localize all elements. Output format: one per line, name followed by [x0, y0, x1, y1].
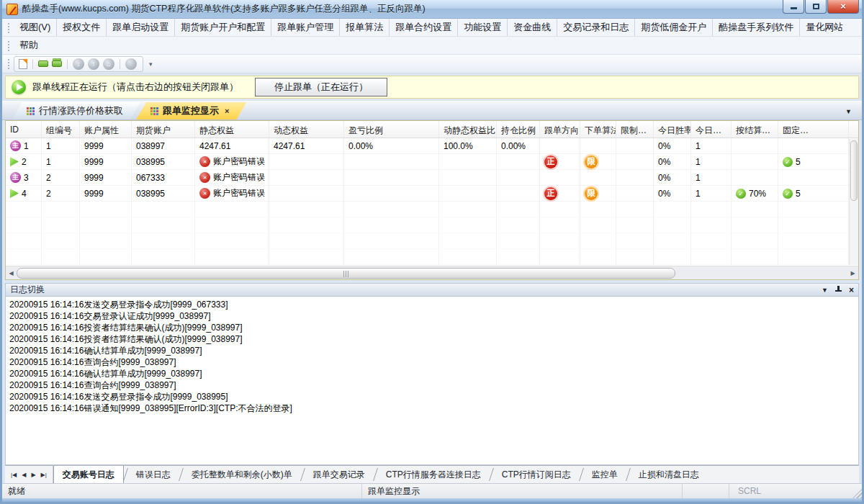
cell-empty [344, 202, 439, 217]
scroll-left-icon[interactable]: ◀ [6, 270, 17, 276]
tab-close-icon[interactable]: × [225, 107, 229, 115]
account-books-icon[interactable] [52, 60, 62, 67]
menu-item[interactable]: 报单算法 [339, 19, 389, 36]
cell-empty [732, 217, 778, 233]
menu-item[interactable]: 期货账户开户和配置 [174, 19, 271, 36]
cell-text: 0.00% [501, 141, 526, 151]
tab-nav-arrow-icon[interactable]: ◀ [22, 472, 26, 478]
chevron-down-icon[interactable]: ▼ [822, 287, 828, 294]
toolbar-icon-group: ↓↑⌂ [14, 56, 143, 72]
menu-item[interactable]: 跟单账户管理 [271, 19, 339, 36]
cell-empty [778, 202, 849, 217]
app-logo-icon [6, 4, 18, 15]
cell-empty [132, 249, 195, 265]
scrollbar-thumb[interactable] [850, 140, 858, 201]
menu-item[interactable]: 酷操盘手系列软件 [712, 19, 799, 36]
titlebar[interactable]: 酷操盘手(www.kucps.com) 期货CTP程序化跟单软件(支持多账户跟多… [2, 0, 862, 19]
toolbar-separator [120, 59, 120, 69]
bottom-tab[interactable]: 交易账号日志 [53, 466, 124, 483]
tab-label: 行情涨跌停价格获取 [39, 104, 123, 117]
column-header[interactable]: 固定… [778, 121, 849, 138]
bottom-tab[interactable]: 跟单交易记录 [305, 466, 374, 483]
column-header[interactable]: 期货账户 [132, 121, 195, 138]
close-panel-icon[interactable]: × [849, 285, 854, 295]
bottom-tab[interactable]: CTP行情服务器连接日志 [377, 466, 490, 483]
cell-text: 账户密码错误 [213, 171, 265, 184]
cell-empty [195, 202, 269, 217]
column-header[interactable]: 账户属性 [80, 121, 132, 138]
table-horizontal-scrollbar[interactable]: ◀ ▶ [6, 266, 858, 279]
upload-circle-icon[interactable]: ↑ [88, 58, 99, 70]
menu-item[interactable]: 跟单合约设置 [389, 19, 457, 36]
column-header[interactable]: 静态权益 [195, 121, 269, 138]
tab-inactive[interactable]: 行情涨跌停价格获取 [12, 102, 140, 120]
cell-empty [42, 233, 80, 249]
log-content[interactable]: 20200915 16:14:16发送交易登录指令成功[9999_067333]… [5, 297, 859, 465]
pin-icon[interactable] [835, 286, 842, 294]
resize-grip-icon[interactable] [852, 489, 862, 498]
column-header[interactable]: 今日… [691, 121, 732, 138]
globe-icon[interactable] [125, 58, 137, 70]
tab-nav-arrow-icon[interactable]: ▶ [31, 472, 35, 478]
scroll-right-icon[interactable]: ▶ [847, 270, 858, 276]
toolbar-overflow-icon[interactable]: ▾ [146, 59, 156, 69]
scrollbar-thumb[interactable] [17, 268, 675, 279]
cell-text: 038995 [136, 189, 165, 199]
cell-empty [195, 217, 269, 233]
column-header[interactable]: 跟单方向 [540, 121, 580, 138]
table-row[interactable]: 219999038995×账户密码错误正限0%1✓5 [6, 154, 858, 170]
tab-nav-arrow-icon[interactable]: ▶| [41, 472, 47, 478]
table-row[interactable]: 主1199990389974247.614247.610.00%100.0%0.… [6, 138, 858, 154]
bottom-tab[interactable]: 止损和清盘日志 [630, 466, 708, 483]
column-header[interactable]: 下单算法 [580, 121, 616, 138]
download-circle-icon[interactable]: ↓ [73, 58, 84, 70]
column-header[interactable]: 限制… [616, 121, 654, 138]
column-header[interactable]: 今日胜率 [654, 121, 691, 138]
table-vertical-scrollbar[interactable] [849, 139, 858, 265]
menu-item[interactable]: 交易记录和日志 [557, 19, 634, 36]
table-row[interactable]: 429999038995×账户密码错误正限0%1✓70%✓5 [6, 186, 858, 202]
log-line: 20200915 16:14:16交易登录认证成功[9999_038997] [9, 310, 855, 322]
cell-empty [80, 217, 132, 233]
bottom-tab[interactable]: CTP行情订阅日志 [493, 466, 580, 483]
menu-item[interactable]: 资金曲线 [507, 19, 557, 36]
close-button[interactable]: × [827, 0, 859, 14]
minimize-button[interactable] [783, 0, 804, 14]
maximize-button[interactable] [805, 0, 827, 14]
menu-item[interactable]: 功能设置 [457, 19, 507, 36]
menu-item[interactable]: 期货低佣金开户 [634, 19, 712, 36]
tab-grid-icon [150, 107, 158, 115]
stop-follow-button[interactable]: 停止跟单（正在运行） [255, 78, 387, 96]
cell-empty [691, 202, 732, 217]
column-header[interactable]: 组编号 [42, 121, 80, 138]
status-scrl-indicator: SCRL [729, 486, 770, 496]
table-row-empty [6, 217, 858, 233]
column-header[interactable]: 按结算… [732, 121, 778, 138]
algo-badge-icon: 限 [585, 156, 598, 168]
menu-item[interactable]: 跟单启动设置 [106, 19, 174, 36]
menu-item[interactable]: 帮助 [14, 37, 44, 54]
tab-list-dropdown-icon[interactable]: ▼ [845, 108, 852, 115]
column-header[interactable]: 持仓比例 [497, 121, 540, 138]
table-row[interactable]: 主329999067333×账户密码错误0%1 [6, 170, 858, 186]
account-book-icon[interactable] [38, 60, 48, 67]
bottom-tab[interactable]: 监控单 [583, 466, 626, 483]
tab-nav-arrow-icon[interactable]: |◀ [11, 472, 17, 478]
tab-active[interactable]: 跟单监控显示× [136, 102, 246, 120]
column-header[interactable]: ID [6, 121, 42, 138]
menu-item[interactable]: 授权文件 [56, 19, 106, 36]
menu-item[interactable]: 视图(V) [14, 19, 56, 36]
column-header[interactable]: 动态权益 [269, 121, 344, 138]
cell-text: 038995 [136, 157, 165, 167]
bottom-tab[interactable]: 错误日志 [127, 466, 179, 483]
menu-item[interactable]: 量化网站 [799, 19, 849, 36]
cell-settle [732, 154, 778, 170]
column-header[interactable]: 盈亏比例 [344, 121, 439, 138]
column-header[interactable]: 动静态权益比 [439, 121, 497, 138]
cell-text: 2 [46, 173, 51, 183]
home-circle-icon[interactable]: ⌂ [103, 58, 114, 70]
new-document-icon[interactable] [19, 59, 27, 69]
log-panel-header[interactable]: 日志切换 ▼ × [5, 283, 859, 297]
bottom-tab[interactable]: 委托整数单和剩余(小数)单 [183, 466, 301, 483]
cell-group: 1 [42, 138, 80, 154]
